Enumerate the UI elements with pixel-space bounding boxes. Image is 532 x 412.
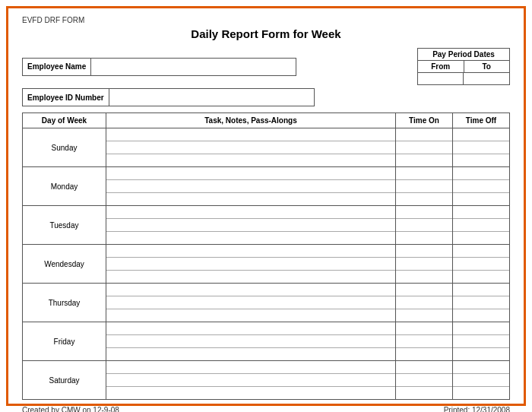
timeoff-line bbox=[453, 141, 509, 154]
timeoff-line bbox=[453, 387, 509, 399]
timeon-cell[interactable] bbox=[396, 128, 453, 167]
table-row: Monday bbox=[23, 167, 510, 206]
timeoff-line bbox=[453, 374, 509, 387]
table-row: Tuesday bbox=[23, 206, 510, 245]
day-cell-sunday: Sunday bbox=[23, 128, 106, 167]
task-line bbox=[106, 322, 395, 335]
task-line bbox=[106, 284, 395, 296]
task-line bbox=[106, 348, 395, 360]
timeon-line bbox=[396, 322, 452, 335]
timeon-cell[interactable] bbox=[396, 167, 453, 206]
timeoff-cell[interactable] bbox=[453, 361, 510, 400]
timeoff-cell[interactable] bbox=[453, 128, 510, 167]
timeon-line bbox=[396, 141, 452, 154]
employee-id-group: Employee ID Number bbox=[22, 88, 315, 106]
employee-id-label: Employee ID Number bbox=[23, 91, 109, 104]
timeoff-cell[interactable] bbox=[453, 206, 510, 245]
timeoff-line bbox=[453, 361, 509, 374]
timeoff-line bbox=[453, 348, 509, 360]
timeoff-line bbox=[453, 193, 509, 205]
day-name: Monday bbox=[23, 179, 106, 194]
task-line bbox=[106, 361, 395, 374]
timeon-line bbox=[396, 309, 452, 322]
timeon-cell[interactable] bbox=[396, 284, 453, 322]
employee-name-label: Employee Name bbox=[23, 60, 90, 73]
timeoff-cell[interactable] bbox=[453, 284, 510, 322]
day-cell-tuesday: Tuesday bbox=[23, 206, 106, 245]
task-line bbox=[106, 167, 395, 180]
task-line bbox=[106, 206, 395, 219]
timeon-line bbox=[396, 258, 452, 271]
timeon-line bbox=[396, 193, 452, 205]
timeon-cell[interactable] bbox=[396, 206, 453, 245]
timeon-line bbox=[396, 348, 452, 360]
pay-from-input[interactable] bbox=[418, 72, 464, 84]
timeoff-line bbox=[453, 232, 509, 244]
table-row: Wendesday bbox=[23, 245, 510, 284]
timeon-cell[interactable] bbox=[396, 245, 453, 284]
task-line bbox=[106, 141, 395, 154]
table-row: Thursday bbox=[23, 284, 510, 322]
timeoff-line bbox=[453, 322, 509, 335]
task-cell[interactable] bbox=[106, 322, 396, 361]
task-line bbox=[106, 387, 395, 399]
task-line bbox=[106, 245, 395, 258]
timeoff-cell[interactable] bbox=[453, 322, 510, 361]
pay-to-input[interactable] bbox=[464, 72, 509, 84]
task-line bbox=[106, 309, 395, 322]
pay-period-label: Pay Period Dates bbox=[418, 49, 509, 61]
timeon-line bbox=[396, 271, 452, 283]
task-line bbox=[106, 180, 395, 193]
table-row: Sunday bbox=[23, 128, 510, 167]
timeoff-line bbox=[453, 206, 509, 219]
task-cell[interactable] bbox=[106, 167, 396, 206]
day-cell-monday: Monday bbox=[23, 167, 106, 206]
day-cell-saturday: Saturday bbox=[23, 361, 106, 400]
table-row: Saturday bbox=[23, 361, 510, 400]
employee-id-input[interactable] bbox=[109, 89, 314, 106]
table-row: Friday bbox=[23, 322, 510, 361]
task-cell[interactable] bbox=[106, 128, 396, 167]
timeoff-cell[interactable] bbox=[453, 167, 510, 206]
timeon-line bbox=[396, 232, 452, 244]
timeon-cell[interactable] bbox=[396, 361, 453, 400]
timeoff-line bbox=[453, 284, 509, 296]
day-name: Tuesday bbox=[23, 218, 106, 233]
timeon-cell[interactable] bbox=[396, 322, 453, 361]
timeoff-line bbox=[453, 296, 509, 309]
footer-printed: Printed: 12/31/2008 bbox=[444, 406, 510, 412]
timeon-line bbox=[396, 167, 452, 180]
timeon-line bbox=[396, 180, 452, 193]
employee-name-input[interactable] bbox=[90, 59, 296, 75]
footer-created: Created by CMW on 12-9-08 bbox=[22, 406, 119, 412]
task-line bbox=[106, 128, 395, 141]
task-cell[interactable] bbox=[106, 284, 396, 322]
timeon-line bbox=[396, 245, 452, 258]
day-name: Sunday bbox=[23, 141, 106, 155]
day-name: Saturday bbox=[23, 373, 106, 388]
timeon-line bbox=[396, 154, 452, 166]
timeoff-line bbox=[453, 335, 509, 348]
timeoff-line bbox=[453, 271, 509, 283]
day-cell-thursday: Thursday bbox=[23, 284, 106, 322]
timeoff-line bbox=[453, 309, 509, 322]
employee-name-group: Employee Name bbox=[22, 58, 296, 76]
task-line bbox=[106, 335, 395, 348]
task-cell[interactable] bbox=[106, 361, 396, 400]
timeoff-cell[interactable] bbox=[453, 245, 510, 284]
timeon-line bbox=[396, 335, 452, 348]
timeon-line bbox=[396, 296, 452, 309]
timeoff-line bbox=[453, 258, 509, 271]
timeon-line bbox=[396, 128, 452, 141]
weekly-table: Day of Week Task, Notes, Pass-Alongs Tim… bbox=[22, 113, 510, 400]
timeon-line bbox=[396, 219, 452, 232]
to-label: To bbox=[464, 61, 510, 72]
col-header-task: Task, Notes, Pass-Alongs bbox=[106, 113, 396, 128]
task-cell[interactable] bbox=[106, 245, 396, 284]
task-cell[interactable] bbox=[106, 206, 396, 245]
timeoff-line bbox=[453, 245, 509, 258]
task-line bbox=[106, 271, 395, 283]
timeon-line bbox=[396, 206, 452, 219]
day-cell-friday: Friday bbox=[23, 322, 106, 361]
timeoff-line bbox=[453, 219, 509, 232]
